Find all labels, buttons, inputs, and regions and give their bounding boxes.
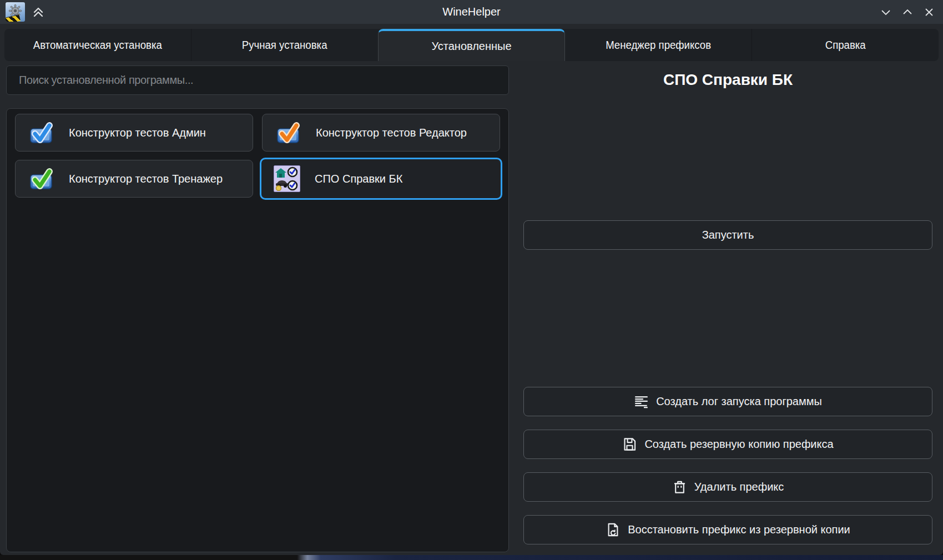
spo-spravki-tile-icon (274, 165, 300, 192)
tab-installed[interactable]: Установленные (378, 29, 566, 61)
create-log-button[interactable]: Создать лог запуска программы (523, 387, 932, 416)
program-label: Конструктор тестов Редактор (316, 127, 467, 139)
tab-help[interactable]: Справка (752, 29, 939, 61)
trash-icon (672, 480, 687, 495)
program-item-editor[interactable]: Конструктор тестов Редактор (262, 114, 500, 152)
run-button[interactable]: Запустить (523, 220, 932, 250)
chevron-down-icon (880, 6, 892, 18)
action-label: Создать резервную копию префикса (644, 438, 833, 451)
maximize-button[interactable] (896, 2, 918, 22)
chevron-up-icon (901, 6, 914, 18)
tab-manual-install[interactable]: Ручная установка (191, 29, 378, 61)
installed-programs-panel: Конструктор тестов Админ Конструктор тес… (6, 108, 509, 552)
window-controls (875, 0, 940, 24)
save-icon (622, 437, 637, 452)
tab-label: Автоматическая установка (33, 39, 162, 52)
titlebar[interactable]: WineHelper (0, 0, 943, 24)
backup-prefix-button[interactable]: Создать резервную копию префикса (523, 430, 932, 459)
run-button-label: Запустить (702, 229, 754, 241)
winehelper-window: WineHelper Автоматическая установка Ручн… (0, 0, 943, 555)
log-icon (634, 394, 649, 409)
program-label: Конструктор тестов Тренажер (69, 173, 223, 185)
action-label: Удалить префикс (694, 481, 784, 493)
restore-icon (606, 522, 621, 537)
test-check-green-icon (28, 165, 54, 192)
program-item-trainer[interactable]: Конструктор тестов Тренажер (15, 160, 253, 198)
tab-label: Менеджер префиксов (606, 39, 711, 52)
tab-label: Ручная установка (242, 39, 327, 52)
tab-bar: Автоматическая установка Ручная установк… (4, 29, 939, 61)
tab-label: Справка (825, 39, 866, 52)
tab-prefix-manager[interactable]: Менеджер префиксов (565, 29, 752, 61)
program-item-admin[interactable]: Конструктор тестов Админ (15, 114, 253, 152)
restore-prefix-button[interactable]: Восстановить префикс из резервной копии (523, 515, 932, 544)
tab-label: Установленные (431, 40, 511, 53)
desktop-strip (0, 555, 943, 560)
action-label: Восстановить префикс из резервной копии (628, 523, 850, 536)
test-check-blue-icon (28, 119, 54, 146)
tab-auto-install[interactable]: Автоматическая установка (4, 29, 191, 61)
program-label: СПО Справки БК (315, 173, 402, 185)
search-input[interactable] (6, 65, 509, 95)
delete-prefix-button[interactable]: Удалить префикс (523, 472, 932, 502)
minimize-button[interactable] (875, 2, 896, 22)
program-label: Конструктор тестов Админ (69, 127, 206, 139)
program-item-spo-spravki[interactable]: СПО Справки БК (260, 158, 502, 200)
close-icon (923, 6, 935, 18)
close-button[interactable] (918, 2, 940, 22)
window-title: WineHelper (0, 0, 943, 24)
test-check-orange-icon (275, 119, 301, 146)
action-label: Создать лог запуска программы (656, 395, 822, 408)
selected-program-title: СПО Справки БК (523, 71, 932, 89)
